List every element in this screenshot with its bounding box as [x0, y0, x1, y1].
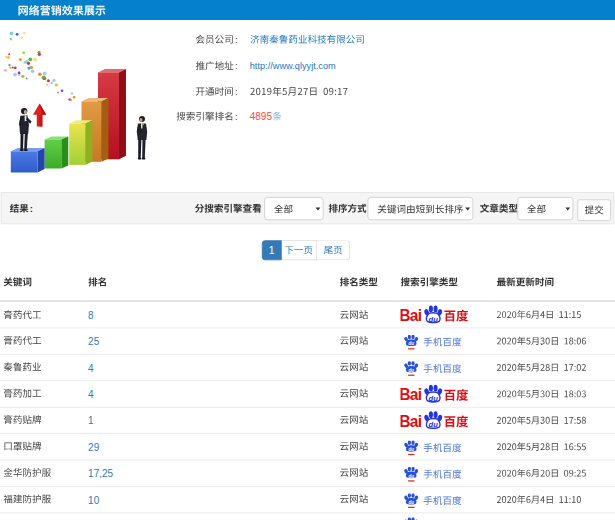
svg-text:du: du	[429, 420, 439, 429]
svg-text:Bai: Bai	[400, 307, 421, 324]
svg-text:du: du	[408, 500, 414, 505]
svg-text:du: du	[408, 368, 414, 373]
svg-text:du: du	[408, 473, 414, 478]
svg-text:du: du	[429, 315, 439, 324]
svg-text:du: du	[429, 394, 439, 403]
svg-text:Bai: Bai	[400, 413, 421, 430]
svg-text:du: du	[408, 447, 414, 452]
svg-text:du: du	[408, 341, 414, 346]
svg-text:Bai: Bai	[400, 386, 421, 403]
